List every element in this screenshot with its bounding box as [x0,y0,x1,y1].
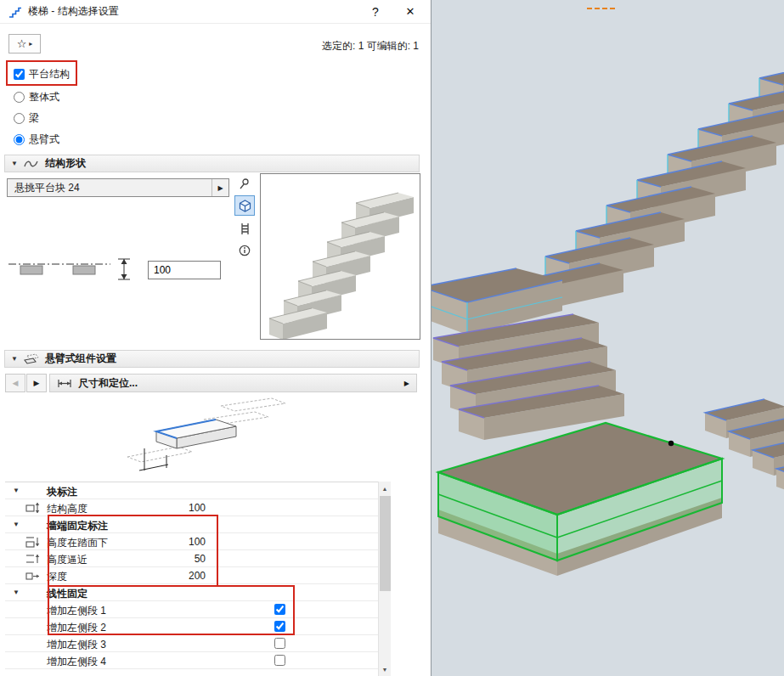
cursor-dot [668,441,674,446]
scrollbar-thumb[interactable] [380,496,391,591]
dialog-title: 楼梯 - 结构选择设置 [28,4,119,19]
radio-monolithic-input[interactable] [14,92,25,103]
collapse-triangle-icon: ▼ [11,160,18,167]
component-settings-icon [24,353,39,365]
size-position-label: 尺寸和定位... [78,376,138,391]
radio-monolithic-label: 整体式 [29,90,59,104]
next-component-button[interactable]: ▶ [26,374,47,392]
stair-settings-dialog: 楼梯 - 结构选择设置 ? ✕ ☆ ▸ 选定的: 1 可编辑的: 1 平台结构 … [0,0,431,676]
red-annotation-wall-fixing [48,515,218,587]
red-annotation-platform [6,60,77,86]
collapse-triangle-icon: ▼ [13,589,20,596]
radio-cantilever[interactable]: 悬臂式 [14,132,59,147]
table-scrollbar[interactable]: ▲ ▼ [378,482,391,676]
help-button[interactable]: ? [364,2,387,22]
pin-tool-button[interactable] [234,173,255,194]
component-section-header[interactable]: ▼ 悬臂式组件设置 [4,350,420,368]
stair-icon [8,6,22,18]
3d-viewport[interactable] [431,0,784,676]
add-left-segment-3-checkbox[interactable] [274,638,285,649]
pin-icon [239,177,251,189]
info-icon [239,245,251,256]
property-label: 增加左侧段 3 [47,638,106,652]
checkbox-row[interactable]: 增加左侧段 3 [5,635,378,652]
collapse-triangle-icon: ▼ [13,487,20,494]
depth-icon [25,570,40,582]
height-dimension-diagram [7,256,141,284]
flyout-arrow-icon: ▶ [404,380,409,387]
ladder-icon [240,223,251,235]
red-annotation-linear-fixing [48,585,295,635]
shape-section-title: 结构形状 [45,156,86,171]
cube-3d-icon [239,200,251,212]
radio-monolithic[interactable]: 整体式 [14,90,59,104]
shape-icon [24,159,39,169]
structure-preview[interactable] [260,173,420,340]
dimension-icon [57,378,72,389]
radio-beam-label: 梁 [29,111,39,126]
collapse-triangle-icon: ▼ [11,355,18,363]
3d-view-button[interactable] [234,195,255,216]
scroll-down-button[interactable]: ▼ [379,662,391,676]
collapse-triangle-icon: ▼ [13,521,20,528]
height-approach-icon [25,553,40,565]
structure-height-input[interactable] [148,261,221,279]
property-label: 增加左侧段 4 [47,655,106,669]
radio-beam-input[interactable] [14,113,25,124]
dropdown-value: 悬挑平台块 24 [8,181,212,195]
group-label: 块标注 [47,485,77,499]
add-left-segment-4-checkbox[interactable] [274,655,285,666]
dialog-titlebar[interactable]: 楼梯 - 结构选择设置 ? ✕ [0,0,431,24]
caret-right-icon: ▸ [29,40,32,48]
structure-type-dropdown[interactable]: 悬挑平台块 24 ▶ [7,178,229,197]
favorites-button[interactable]: ☆ ▸ [8,34,41,54]
property-value[interactable]: 100 [133,502,206,514]
preview-stairs-image [261,174,420,339]
size-position-flyout[interactable]: 尺寸和定位... ▶ [49,374,417,392]
archicad-window: 楼梯 - 结构选择设置 ? ✕ ☆ ▸ 选定的: 1 可编辑的: 1 平台结构 … [0,0,784,676]
checkbox-row[interactable]: 增加左侧段 4 [5,652,378,669]
close-button[interactable]: ✕ [398,2,422,22]
height-under-tread-icon [25,536,40,548]
shape-section-header[interactable]: ▼ 结构形状 [4,155,420,172]
structure-height-icon [25,502,40,514]
group-row[interactable]: ▼ 块标注 [5,482,378,499]
3d-stair-model [431,0,784,676]
radio-cantilever-input[interactable] [14,134,25,145]
info-button[interactable] [234,240,255,261]
component-wireframe-diagram [117,396,291,479]
section-view-button[interactable] [234,218,255,239]
property-row[interactable]: 结构高度 100 [5,499,378,516]
radio-cantilever-label: 悬臂式 [29,132,59,147]
scroll-up-button[interactable]: ▲ [379,482,391,495]
selection-info: 选定的: 1 可编辑的: 1 [322,39,419,54]
dropdown-arrow-icon: ▶ [212,179,228,196]
star-icon: ☆ [17,37,27,50]
component-section-title: 悬臂式组件设置 [45,352,116,366]
prev-component-button[interactable]: ◀ [5,374,25,392]
radio-beam[interactable]: 梁 [14,111,39,126]
